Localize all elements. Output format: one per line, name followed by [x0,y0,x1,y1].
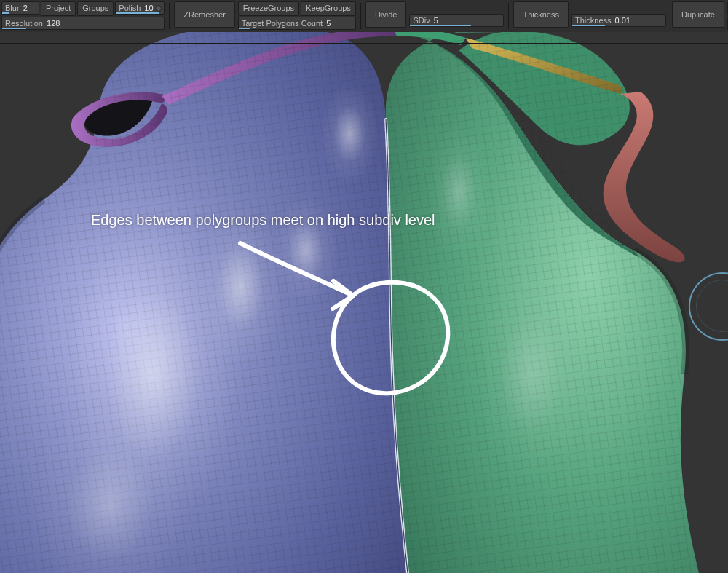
top-toolbar: Blur 2 Project Groups Polish 10 Resoluti… [0,0,728,32]
svg-point-1 [273,196,339,305]
sdiv-slider[interactable]: SDiv 5 [409,14,504,27]
duplicate-button[interactable]: Duplicate [672,1,724,28]
svg-point-3 [320,83,379,185]
resolution-slider[interactable]: Resolution 128 [1,17,165,30]
keep-groups-toggle[interactable]: KeepGroups [301,1,356,16]
toolbar-divider [0,43,728,44]
target-poly-slider[interactable]: Target Polygons Count 5 [238,17,356,30]
thickness-slider[interactable]: Thickness 0.01 [571,14,666,27]
polish-slider[interactable]: Polish 10 [115,1,165,15]
groups-toggle[interactable]: Groups [77,1,114,16]
mesh-render [0,32,728,573]
zremesher-button[interactable]: ZRemesher [174,1,234,28]
thickness-button[interactable]: Thickness [513,1,569,28]
svg-point-0 [197,207,284,367]
project-toggle[interactable]: Project [41,1,76,16]
viewport-3d[interactable]: Edges between polygroups meet on high su… [0,32,728,573]
freeze-groups-toggle[interactable]: FreezeGroups [238,1,299,16]
blur-slider[interactable]: Blur 2 [1,1,39,15]
svg-point-4 [473,265,590,483]
svg-point-5 [426,123,491,261]
divide-button[interactable]: Divide [365,1,407,28]
